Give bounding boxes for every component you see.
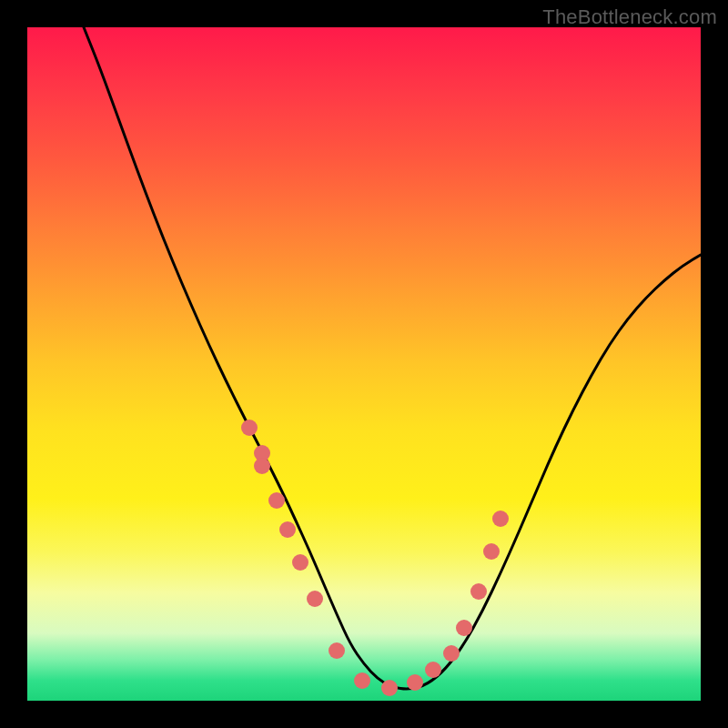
dot-marker [268, 492, 285, 509]
dot-marker [354, 672, 370, 689]
dot-marker [443, 645, 460, 662]
dot-marker [279, 521, 296, 538]
dot-marker [407, 674, 423, 691]
dot-marker [456, 620, 472, 636]
dot-marker [425, 662, 441, 678]
dot-marker [470, 583, 487, 600]
dot-marker [492, 511, 509, 527]
dot-marker [307, 591, 323, 607]
dot-marker [292, 554, 308, 571]
dot-marker [241, 420, 258, 436]
dot-markers [241, 420, 509, 696]
plot-area [27, 27, 701, 701]
dot-marker [254, 458, 270, 474]
chart-frame: TheBottleneck.com [0, 0, 728, 728]
dot-marker [329, 642, 345, 659]
dot-marker [483, 543, 500, 560]
bottleneck-curve [84, 27, 701, 689]
dot-marker [381, 680, 398, 696]
chart-svg [27, 27, 701, 701]
watermark-text: TheBottleneck.com [542, 5, 717, 29]
